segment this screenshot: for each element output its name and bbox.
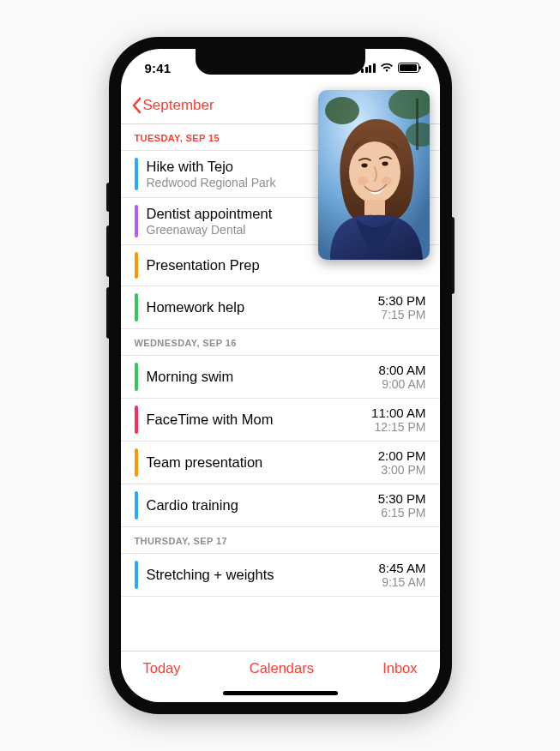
event-row[interactable]: Homework help5:30 PM7:15 PM — [121, 286, 440, 329]
event-title: Morning swim — [147, 368, 379, 386]
calendars-button[interactable]: Calendars — [250, 660, 314, 676]
calendar-color-bar — [135, 363, 138, 391]
event-end-time: 12:15 PM — [371, 420, 425, 434]
svg-point-8 — [361, 164, 367, 168]
event-row[interactable]: Stretching + weights8:45 AM9:15 AM — [121, 554, 440, 597]
event-times: 5:30 PM7:15 PM — [378, 293, 426, 321]
back-label: September — [143, 97, 214, 114]
event-start-time: 2:00 PM — [378, 448, 426, 463]
wifi-icon — [380, 63, 394, 73]
event-end-time: 9:15 AM — [378, 575, 425, 589]
event-row[interactable]: Morning swim8:00 AM9:00 AM — [121, 356, 440, 399]
event-row[interactable]: Cardio training5:30 PM6:15 PM — [121, 484, 440, 527]
svg-point-6 — [358, 177, 368, 185]
event-start-time: 5:30 PM — [378, 491, 426, 506]
calendar-color-bar — [135, 293, 138, 321]
inbox-button[interactable]: Inbox — [382, 660, 417, 676]
home-indicator[interactable] — [223, 691, 338, 695]
calendar-color-bar — [135, 491, 138, 520]
svg-point-1 — [325, 97, 359, 124]
event-start-time: 11:00 AM — [371, 406, 425, 420]
facetime-pip[interactable] — [318, 90, 430, 260]
event-end-time: 9:00 AM — [378, 377, 425, 391]
event-times: 11:00 AM12:15 PM — [371, 406, 425, 434]
event-start-time: 8:45 AM — [378, 561, 425, 575]
calendar-color-bar — [135, 561, 138, 589]
screen: 9:41 September TUESDAY, SEP 15Hike with … — [121, 49, 440, 702]
today-button[interactable]: Today — [143, 660, 181, 676]
event-row[interactable]: Team presentation2:00 PM3:00 PM — [121, 442, 440, 484]
back-button[interactable]: September — [131, 97, 214, 114]
event-times: 2:00 PM3:00 PM — [378, 448, 426, 477]
event-title: FaceTime with Mom — [147, 411, 372, 429]
chevron-left-icon — [131, 97, 142, 114]
power-button — [452, 217, 455, 294]
event-info: Cardio training — [147, 491, 378, 520]
section-header: THURSDAY, SEP 17 — [121, 527, 440, 554]
event-info: Team presentation — [147, 448, 378, 477]
battery-icon — [398, 63, 419, 73]
event-info: Morning swim — [147, 363, 379, 391]
calendar-color-bar — [135, 205, 138, 237]
svg-point-9 — [382, 162, 388, 166]
event-title: Cardio training — [147, 496, 378, 514]
event-times: 8:45 AM9:15 AM — [378, 561, 425, 589]
svg-point-7 — [382, 177, 392, 185]
phone-frame: 9:41 September TUESDAY, SEP 15Hike with … — [109, 37, 452, 714]
calendar-color-bar — [135, 252, 138, 279]
event-title: Stretching + weights — [147, 566, 379, 584]
notch — [196, 49, 365, 75]
event-times: 5:30 PM6:15 PM — [378, 491, 426, 520]
svg-rect-4 — [416, 99, 418, 150]
status-indicators — [361, 63, 419, 73]
calendar-color-bar — [135, 406, 138, 434]
event-end-time: 7:15 PM — [378, 308, 426, 321]
event-info: Homework help — [147, 293, 378, 321]
section-header: WEDNESDAY, SEP 16 — [121, 329, 440, 356]
event-times: 8:00 AM9:00 AM — [378, 363, 425, 391]
event-start-time: 8:00 AM — [378, 363, 425, 377]
event-info: FaceTime with Mom — [147, 406, 372, 434]
event-title: Team presentation — [147, 454, 378, 472]
event-start-time: 5:30 PM — [378, 293, 426, 308]
event-end-time: 6:15 PM — [378, 506, 426, 520]
event-info: Stretching + weights — [147, 561, 379, 589]
calendar-color-bar — [135, 158, 138, 190]
event-row[interactable]: FaceTime with Mom11:00 AM12:15 PM — [121, 399, 440, 442]
status-time: 9:41 — [145, 61, 172, 75]
calendar-color-bar — [135, 448, 138, 477]
svg-rect-10 — [364, 200, 385, 217]
event-title: Homework help — [147, 298, 378, 316]
event-end-time: 3:00 PM — [378, 463, 426, 477]
